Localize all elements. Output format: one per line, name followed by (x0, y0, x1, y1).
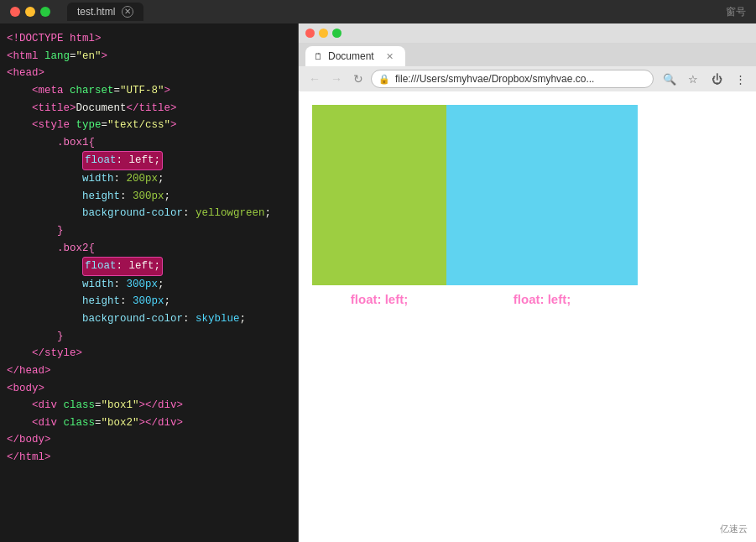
code-token: } (57, 328, 64, 346)
code-token: ; (158, 276, 164, 294)
code-token: </style> (32, 345, 82, 362)
code-token: > (164, 82, 171, 100)
code-token: .box2{ (57, 240, 95, 258)
code-token (7, 397, 32, 414)
address-bar[interactable]: 🔒 file:///Users/smyhvae/Dropbox/smyhvae.… (371, 70, 654, 88)
browser-tab-close[interactable]: ✕ (386, 51, 394, 62)
code-token: : left; (117, 260, 161, 272)
editor-tab[interactable]: test.html ✕ (67, 3, 143, 21)
box2-float-label: float: left; (446, 292, 638, 306)
power-icon[interactable]: ⏻ (707, 70, 726, 88)
code-line: <head> (0, 65, 298, 82)
code-highlight: float: left; (82, 257, 163, 276)
code-token (7, 222, 57, 240)
code-token (7, 414, 32, 432)
maximize-button[interactable] (40, 7, 50, 17)
forward-button[interactable]: → (327, 70, 346, 88)
code-token: ; (164, 188, 171, 206)
code-line: } (0, 328, 298, 346)
code-line: </body> (0, 431, 298, 449)
editor-tab-close[interactable]: ✕ (122, 6, 133, 18)
code-token: "text/css" (107, 117, 170, 134)
code-token: } (57, 222, 64, 240)
more-icon[interactable]: ⋮ (731, 70, 749, 88)
code-token: "UTF-8" (120, 82, 164, 100)
code-token (7, 328, 57, 346)
back-button[interactable]: ← (305, 70, 324, 88)
code-token: lang (44, 48, 70, 65)
code-token: <title> (32, 100, 76, 117)
code-token: ></div> (139, 414, 184, 432)
code-line: height: 300px; (0, 188, 298, 206)
code-line: } (0, 222, 298, 240)
code-token: <!DOCTYPE html> (7, 30, 102, 48)
editor-tab-bar: test.html ✕ (67, 3, 143, 21)
code-token: </head> (7, 362, 51, 380)
code-token: : (183, 205, 196, 222)
title-bar: test.html ✕ 窗号 (0, 0, 756, 23)
code-token: </html> (7, 449, 51, 466)
code-token (7, 345, 32, 362)
code-line: background-color: skyblue; (0, 310, 298, 328)
lock-icon: 🔒 (378, 74, 390, 85)
code-line: </head> (0, 362, 298, 380)
browser-maximize[interactable] (332, 29, 342, 38)
demo-float-container (312, 105, 743, 285)
code-token (7, 151, 82, 170)
code-token: : left; (117, 154, 161, 166)
code-line: <html lang="en"> (0, 48, 298, 65)
code-token: <body> (7, 380, 44, 398)
code-token: charset (70, 82, 114, 100)
code-token: background-color (82, 205, 183, 222)
code-token: .box1{ (57, 134, 95, 152)
code-token: yellowgreen (196, 205, 265, 222)
code-token: width (82, 170, 114, 188)
close-button[interactable] (10, 7, 20, 17)
browser-nav: ← → ↻ 🔒 file:///Users/smyhvae/Dropbox/sm… (299, 66, 756, 91)
browser-tab-label: Document (328, 50, 374, 62)
code-token: <head> (7, 65, 44, 82)
code-line: <style type="text/css"> (0, 117, 298, 134)
code-token (7, 82, 32, 100)
code-token: ; (240, 310, 247, 328)
code-token (7, 188, 82, 206)
document-icon: 🗒 (314, 51, 323, 61)
browser-minimize[interactable] (319, 29, 328, 38)
code-line: </style> (0, 345, 298, 362)
traffic-lights (10, 7, 50, 17)
refresh-button[interactable]: ↻ (349, 70, 368, 88)
code-token (7, 240, 57, 258)
code-line: .box1{ (0, 134, 298, 152)
browser-close[interactable] (305, 29, 315, 38)
code-line: .box2{ (0, 240, 298, 258)
code-token: float (85, 154, 117, 166)
code-token: 200px (127, 170, 159, 188)
code-token: <html (7, 48, 44, 65)
code-line: <meta charset="UTF-8"> (0, 82, 298, 100)
code-token: : (114, 170, 127, 188)
search-icon[interactable]: 🔍 (660, 70, 679, 88)
code-line: <body> (0, 380, 298, 398)
browser-content: float: left; float: left; (299, 91, 756, 542)
box1-demo (312, 105, 446, 285)
code-editor[interactable]: <!DOCTYPE html> <html lang="en"> <head> … (0, 23, 298, 542)
code-token: height (82, 188, 120, 206)
code-token: "box1" (102, 397, 139, 414)
browser-tab-bar: 🗒 Document ✕ (299, 43, 756, 66)
code-line: width: 200px; (0, 170, 298, 188)
code-line: <!DOCTYPE html> (0, 30, 298, 48)
code-token: : (114, 276, 127, 294)
code-token (7, 100, 32, 117)
code-line: </html> (0, 449, 298, 466)
code-token: width (82, 276, 114, 294)
code-token: 300px (127, 276, 159, 294)
editor-tab-label: test.html (77, 6, 115, 18)
code-token: = (95, 414, 102, 432)
code-token (7, 276, 82, 294)
code-token: ; (265, 205, 272, 222)
minimize-button[interactable] (25, 7, 35, 17)
code-token: 300px (133, 293, 164, 310)
bookmark-icon[interactable]: ☆ (684, 70, 702, 88)
code-token: class (64, 414, 96, 432)
browser-tab-document[interactable]: 🗒 Document ✕ (305, 46, 405, 66)
